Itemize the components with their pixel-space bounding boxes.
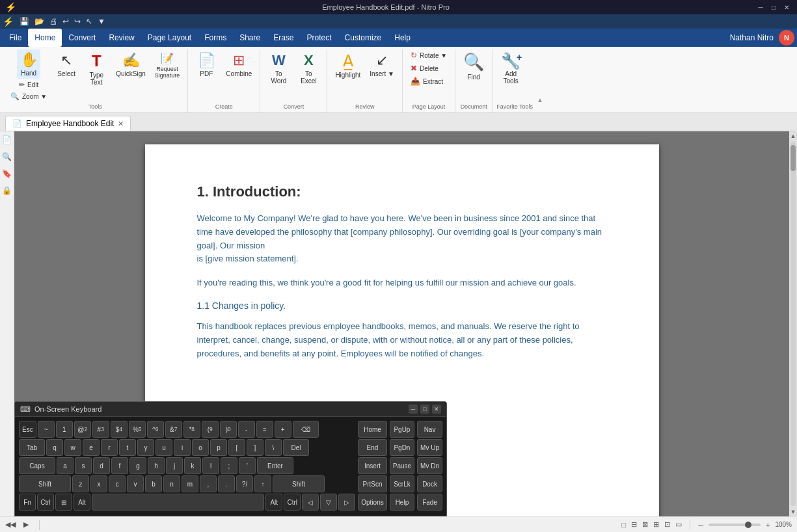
combine-button[interactable]: ⊞ Combine — [222, 49, 256, 80]
key-f[interactable]: f — [111, 457, 128, 474]
key-alt-right[interactable]: Alt — [265, 494, 282, 511]
menu-item-convert[interactable]: Convert — [62, 29, 102, 47]
key-minus[interactable]: - — [238, 421, 255, 438]
key-mv-dn[interactable]: Mv Dn — [417, 457, 442, 474]
view-icon-single[interactable]: □ — [622, 521, 627, 529]
key-semicolon[interactable]: ; — [221, 457, 237, 474]
key-8[interactable]: *8 — [183, 421, 200, 438]
key-pause[interactable]: Pause — [390, 457, 414, 474]
scroll-down-arrow[interactable]: ▼ — [789, 507, 797, 516]
user-avatar[interactable]: N — [779, 30, 794, 46]
status-prev-button[interactable]: ◀◀ — [5, 520, 16, 529]
view-icon-fit[interactable]: ▭ — [675, 520, 682, 529]
close-button[interactable]: ✕ — [781, 3, 792, 12]
print-icon[interactable]: 🖨 — [47, 16, 59, 27]
menu-item-review[interactable]: Review — [102, 29, 141, 47]
key-plus[interactable]: + — [275, 421, 291, 438]
key-m[interactable]: m — [182, 475, 198, 492]
sidebar-icon-pages[interactable]: 📄 — [1, 134, 13, 146]
key-ctrl-left[interactable]: Ctrl — [37, 494, 54, 511]
sidebar-icon-bookmarks[interactable]: 🔖 — [1, 168, 13, 180]
edit-button[interactable]: ✏ Edit — [15, 79, 42, 90]
view-icon-continuous[interactable]: ⊞ — [653, 520, 659, 529]
scroll-track[interactable] — [790, 142, 796, 506]
scroll-up-arrow[interactable]: ▲ — [789, 131, 797, 140]
key-q[interactable]: q — [46, 439, 63, 456]
key-equals[interactable]: = — [256, 421, 273, 438]
key-r[interactable]: r — [101, 439, 118, 456]
menu-item-file[interactable]: File — [3, 29, 28, 47]
key-o[interactable]: o — [192, 439, 209, 456]
key-j[interactable]: j — [166, 457, 183, 474]
view-icon-grid[interactable]: ⊠ — [642, 520, 648, 529]
find-button[interactable]: 🔍 Find — [459, 49, 488, 83]
key-space[interactable] — [92, 494, 264, 511]
key-i[interactable]: i — [174, 439, 191, 456]
key-alt-left[interactable]: Alt — [74, 494, 90, 511]
key-v[interactable]: v — [127, 475, 144, 492]
key-lbracket[interactable]: [ — [228, 439, 245, 456]
qa-dropdown-icon[interactable]: ▼ — [96, 16, 107, 27]
key-scrlk[interactable]: ScrLk — [390, 475, 414, 492]
view-icon-facing[interactable]: ⊟ — [631, 520, 637, 529]
minimize-button[interactable]: ─ — [755, 3, 766, 12]
key-backspace[interactable]: ⌫ — [293, 421, 319, 438]
key-2[interactable]: @2 — [74, 421, 91, 438]
tab-close-button[interactable]: ✕ — [118, 120, 124, 128]
key-9[interactable]: (9 — [202, 421, 219, 438]
sidebar-icon-security[interactable]: 🔒 — [1, 185, 13, 196]
key-left[interactable]: ◁ — [302, 494, 319, 511]
key-7[interactable]: &7 — [165, 421, 182, 438]
key-options[interactable]: Options — [358, 494, 386, 511]
zoom-button[interactable]: 🔍 Zoom ▼ — [7, 91, 51, 102]
ribbon-collapse-arrow[interactable]: ▲ — [537, 96, 543, 103]
key-w[interactable]: w — [64, 439, 81, 456]
to-excel-button[interactable]: X To Excel — [294, 49, 323, 87]
menu-item-home[interactable]: Home — [28, 29, 62, 47]
key-p[interactable]: p — [210, 439, 227, 456]
key-0[interactable]: )0 — [220, 421, 237, 438]
zoom-out-button[interactable]: ─ — [698, 521, 703, 529]
key-pgdn[interactable]: PgDn — [390, 439, 414, 456]
rotate-button[interactable]: ↻ Rotate ▼ — [407, 49, 451, 61]
keyboard-close-button[interactable]: ✕ — [432, 405, 441, 414]
menu-item-protect[interactable]: Protect — [301, 29, 338, 47]
key-period[interactable]: . — [218, 475, 235, 492]
key-up[interactable]: ↑ — [254, 475, 271, 492]
to-word-button[interactable]: W To Word — [264, 49, 293, 87]
key-enter[interactable]: Enter — [257, 457, 293, 474]
quicksign-button[interactable]: ✍ QuickSign — [112, 49, 150, 80]
sidebar-icon-search[interactable]: 🔍 — [1, 151, 13, 163]
undo-icon[interactable]: ↩ — [61, 16, 71, 27]
save-icon[interactable]: 💾 — [18, 16, 31, 27]
key-b[interactable]: b — [145, 475, 162, 492]
key-dock[interactable]: Dock — [417, 475, 442, 492]
key-mv-up[interactable]: Mv Up — [417, 439, 442, 456]
key-fn[interactable]: Fn — [19, 494, 36, 511]
key-k[interactable]: k — [184, 457, 201, 474]
key-comma[interactable]: , — [200, 475, 217, 492]
menu-item-help[interactable]: Help — [388, 29, 417, 47]
key-u[interactable]: u — [155, 439, 172, 456]
key-caps[interactable]: Caps — [19, 457, 55, 474]
key-1[interactable]: 1 — [56, 421, 73, 438]
key-home[interactable]: Home — [358, 421, 386, 438]
key-rbracket[interactable]: ] — [247, 439, 263, 456]
open-icon[interactable]: 📂 — [33, 16, 46, 27]
key-e[interactable]: e — [83, 439, 100, 456]
key-5[interactable]: %5 — [129, 421, 146, 438]
redo-icon[interactable]: ↪ — [72, 16, 83, 27]
extract-button[interactable]: 📤 Extract — [407, 75, 451, 87]
key-help[interactable]: Help — [390, 494, 414, 511]
key-l[interactable]: l — [202, 457, 219, 474]
pdf-button[interactable]: 📄 PDF — [192, 49, 221, 80]
key-z[interactable]: z — [72, 475, 89, 492]
key-end[interactable]: End — [358, 439, 386, 456]
insert-button[interactable]: ↙ Insert ▼ — [366, 49, 398, 80]
key-pgup[interactable]: PgUp — [390, 421, 414, 438]
scroll-thumb[interactable] — [790, 145, 796, 171]
key-c[interactable]: c — [109, 475, 126, 492]
key-x[interactable]: x — [90, 475, 107, 492]
key-nav[interactable]: Nav — [417, 421, 442, 438]
type-text-button[interactable]: T Type Text — [82, 49, 111, 88]
